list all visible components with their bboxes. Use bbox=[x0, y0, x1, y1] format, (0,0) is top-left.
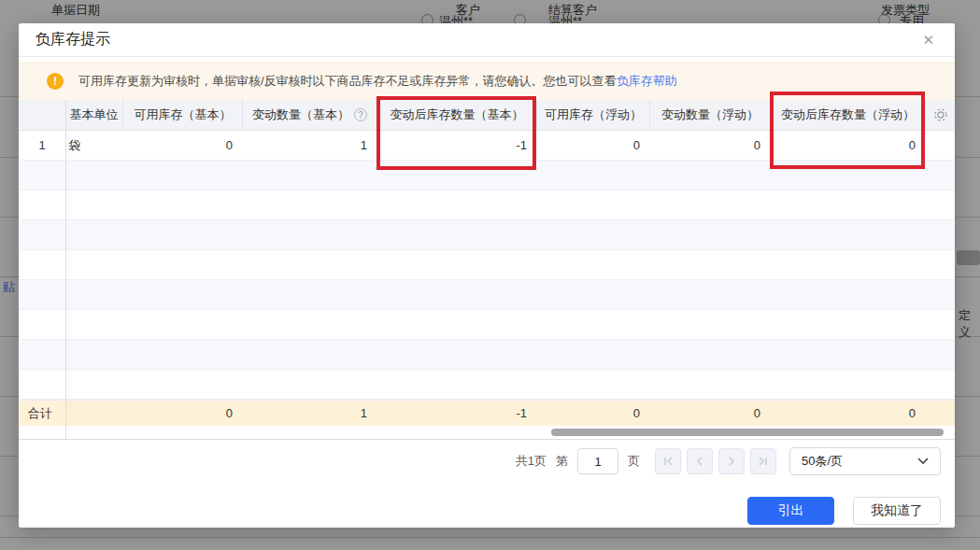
cell-unit: 袋 bbox=[65, 131, 122, 160]
cell-change-base: 1 bbox=[242, 131, 376, 160]
header-after-base: 变动后库存数量（基本） bbox=[376, 100, 536, 130]
page-suffix-text: 页 bbox=[628, 453, 640, 470]
page-number-input[interactable] bbox=[577, 448, 618, 474]
cell-avail-float: 0 bbox=[536, 131, 649, 160]
export-button[interactable]: 引出 bbox=[747, 497, 834, 525]
warning-banner: ! 可用库存更新为审核时，单据审核/反审核时以下商品库存不足或库存异常，请您确认… bbox=[19, 62, 955, 100]
total-after-float: 0 bbox=[770, 401, 925, 426]
table-header-row: 基本单位 可用库存（基本） 变动数量（基本） ? 变动后库存数量（基本） 可用库… bbox=[19, 100, 955, 131]
warning-icon: ! bbox=[47, 73, 64, 90]
table-empty-row bbox=[19, 310, 955, 340]
gear-icon bbox=[933, 107, 948, 122]
pagination-bar: 共1页 第 页 50条/页 bbox=[19, 447, 941, 475]
first-page-icon bbox=[662, 456, 674, 467]
negative-stock-dialog: 负库存提示 ✕ ! 可用库存更新为审核时，单据审核/反审核时以下商品库存不足或库… bbox=[19, 23, 955, 528]
cell-avail-base: 0 bbox=[122, 131, 242, 160]
prev-page-button[interactable] bbox=[687, 448, 713, 474]
page-prefix-text: 第 bbox=[556, 453, 568, 470]
header-change-base: 变动数量（基本） ? bbox=[242, 100, 376, 130]
header-change-float: 变动数量（浮动） bbox=[649, 100, 770, 130]
ok-button[interactable]: 我知道了 bbox=[853, 497, 941, 525]
total-change-base: 1 bbox=[242, 401, 376, 426]
last-page-icon bbox=[758, 456, 769, 467]
negative-stock-help-link[interactable]: 负库存帮助 bbox=[617, 73, 677, 90]
cell-after-float: 0 bbox=[770, 131, 925, 160]
total-change-float: 0 bbox=[649, 401, 770, 426]
table-empty-row bbox=[19, 340, 955, 370]
chevron-left-icon bbox=[694, 456, 705, 467]
last-page-button[interactable] bbox=[750, 448, 776, 474]
cell-after-base: -1 bbox=[376, 131, 536, 160]
column-settings-button[interactable] bbox=[925, 100, 955, 130]
first-page-button[interactable] bbox=[655, 448, 681, 474]
total-avail-base: 0 bbox=[122, 401, 242, 426]
page-size-value: 50条/页 bbox=[802, 453, 843, 470]
table-empty-row bbox=[19, 280, 955, 310]
total-avail-float: 0 bbox=[536, 401, 649, 426]
table-empty-row bbox=[19, 370, 955, 400]
chevron-down-icon bbox=[917, 458, 929, 465]
dialog-header: 负库存提示 ✕ bbox=[19, 23, 955, 57]
fixed-column-divider bbox=[65, 100, 66, 439]
help-question-icon[interactable]: ? bbox=[354, 108, 367, 121]
dialog-title: 负库存提示 bbox=[36, 30, 110, 49]
table-empty-row bbox=[19, 250, 955, 280]
header-avail-base: 可用库存（基本） bbox=[122, 100, 242, 130]
total-after-base: -1 bbox=[376, 401, 536, 426]
close-icon[interactable]: ✕ bbox=[918, 32, 938, 49]
total-label: 合计 bbox=[19, 401, 65, 426]
dialog-footer: 引出 我知道了 bbox=[19, 497, 941, 525]
cell-change-float: 0 bbox=[649, 131, 770, 160]
total-pages-text: 共1页 bbox=[516, 453, 547, 470]
header-unit: 基本单位 bbox=[65, 100, 122, 130]
table-empty-row bbox=[19, 220, 955, 250]
table-bottom-border bbox=[19, 439, 955, 440]
table-row: 1 袋 0 1 -1 0 0 0 bbox=[19, 131, 955, 161]
table-empty-row bbox=[19, 161, 955, 190]
horizontal-scrollbar[interactable] bbox=[551, 429, 944, 436]
chevron-right-icon bbox=[726, 456, 737, 467]
pager-nav-group bbox=[655, 448, 776, 474]
header-index bbox=[19, 100, 65, 130]
header-after-float: 变动后库存数量（浮动） bbox=[770, 100, 925, 130]
next-page-button[interactable] bbox=[718, 448, 745, 474]
table-total-row: 合计 0 1 -1 0 0 0 bbox=[19, 400, 955, 426]
page-size-select[interactable]: 50条/页 bbox=[789, 447, 941, 475]
header-avail-float: 可用库存（浮动） bbox=[536, 100, 649, 130]
warning-text: 可用库存更新为审核时，单据审核/反审核时以下商品库存不足或库存异常，请您确认。您… bbox=[78, 73, 617, 90]
cell-index: 1 bbox=[19, 131, 65, 160]
stock-table: 基本单位 可用库存（基本） 变动数量（基本） ? 变动后库存数量（基本） 可用库… bbox=[19, 100, 955, 426]
table-empty-row bbox=[19, 190, 955, 220]
